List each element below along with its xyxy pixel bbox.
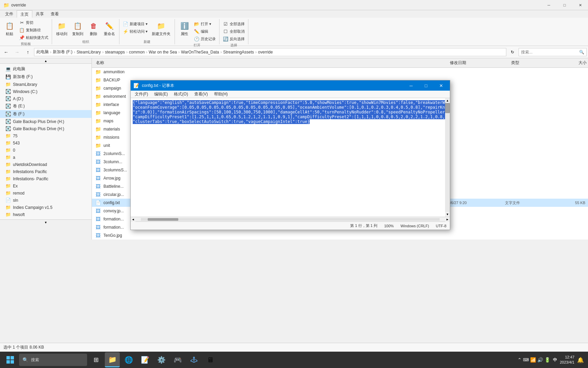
sidebar-item-12[interactable]: 📁 a	[0, 154, 92, 161]
sidebar-item-9[interactable]: 📁 75	[0, 132, 92, 139]
hscroll-thumb[interactable]	[148, 218, 178, 221]
invert-select-button[interactable]: 🔄 反向选择	[222, 35, 246, 42]
input-method-indicator[interactable]: 中	[552, 357, 558, 363]
back-button[interactable]: ←	[1, 47, 11, 57]
notepad-menu-view[interactable]: 查看(V)	[192, 91, 211, 98]
sidebar-scroll-up[interactable]: ▲	[0, 58, 92, 64]
notepad-menu-file[interactable]: 文件(F)	[132, 91, 151, 98]
sidebar-item-4[interactable]: 💽 A (D:)	[0, 95, 92, 102]
file-item-ammunition[interactable]: 📁 ammunition	[92, 68, 588, 76]
ribbon-tab-view[interactable]: 查看	[47, 10, 62, 18]
hscroll-right-arrow[interactable]: ►	[445, 217, 450, 222]
cut-button[interactable]: ✂ 剪切	[18, 19, 50, 26]
paste-shortcut-button[interactable]: 📌 粘贴快捷方式	[18, 34, 50, 41]
sidebar-item-14[interactable]: 📁 Infestations Pacific	[0, 168, 92, 175]
notepad-minimize-button[interactable]: ─	[405, 81, 417, 90]
vscroll-down-arrow[interactable]: ▼	[445, 212, 450, 217]
vscroll-up-arrow[interactable]: ▲	[445, 98, 450, 103]
sidebar-item-7[interactable]: 💽 Gate Backup Plus Drive (H:)	[0, 118, 92, 125]
sidebar-item-8[interactable]: 💽 Gate Backup Plus Drive (H:)	[0, 125, 92, 132]
taskbar-search[interactable]: 🔍 搜索	[19, 354, 87, 366]
ribbon-tab-file[interactable]: 文件	[2, 10, 17, 18]
path-item-8[interactable]: StreamingAssets	[223, 50, 254, 55]
sidebar-item-18[interactable]: 📄 sln	[0, 197, 92, 204]
new-item-button[interactable]: 📄 新建项目 ▾	[121, 20, 149, 27]
col-header-type[interactable]: 类型	[510, 59, 554, 67]
sidebar-item-3[interactable]: 💽 Windows (C:)	[0, 88, 92, 95]
sidebar-scroll-down[interactable]: ▼	[0, 219, 92, 225]
app4-taskbar-button[interactable]: ⚙️	[154, 352, 169, 367]
path-item-9[interactable]: override	[258, 50, 273, 55]
copy-path-button[interactable]: 📋 复制路径	[18, 27, 50, 33]
start-button[interactable]	[3, 352, 18, 367]
up-button[interactable]: ↑	[23, 47, 33, 57]
path-item-1[interactable]: 此电脑	[36, 49, 49, 55]
notepad-horizontal-scrollbar[interactable]: ◄ ►	[131, 217, 450, 221]
move-to-button[interactable]: 📁 移动到	[54, 19, 69, 38]
sidebar-item-1[interactable]: 💾 新加卷 (F:)	[0, 73, 92, 81]
sidebar-item-5[interactable]: 💽 卷 (E:)	[0, 102, 92, 110]
sidebar-item-0[interactable]: 💻 此电脑	[0, 65, 92, 73]
paste-button[interactable]: 📋 粘贴	[2, 19, 17, 38]
delete-button[interactable]: 🗑 删除	[86, 19, 101, 38]
col-header-date[interactable]: 修改日期	[448, 59, 510, 67]
address-path[interactable]: 此电脑 › 新加卷 (F:) › SteamLibrary › steamapp…	[34, 48, 506, 56]
forward-button[interactable]: →	[12, 47, 22, 57]
sidebar-item-17[interactable]: 📁 remod	[0, 189, 92, 197]
copy-to-button[interactable]: 📋 复制到	[70, 19, 85, 38]
rename-button[interactable]: ✏️ 重命名	[102, 19, 117, 38]
new-folder-button[interactable]: 📁 新建文件夹	[150, 19, 173, 38]
maximize-button[interactable]: □	[557, 0, 572, 10]
file-item-tengo[interactable]: 🖼 TenGo.jpg	[92, 231, 588, 240]
task-view-button[interactable]: ⊞	[88, 352, 103, 367]
ribbon-tab-share[interactable]: 共享	[32, 10, 47, 18]
sidebar-item-20[interactable]: 📁 hwsoft	[0, 211, 92, 218]
col-header-name[interactable]: 名称	[95, 59, 448, 67]
sidebar-item-13[interactable]: 📁 uNetdiskDownload	[0, 161, 92, 168]
battery-icon[interactable]: 🔋	[544, 357, 550, 363]
history-button[interactable]: 🕐 历史记录	[193, 35, 217, 42]
notepad-menu-format[interactable]: 格式(O)	[171, 91, 191, 98]
col-header-size[interactable]: 大小	[554, 59, 588, 67]
sidebar-item-11[interactable]: 📁 0	[0, 147, 92, 154]
path-item-4[interactable]: steamapps	[105, 50, 125, 55]
notepad-close-button[interactable]: ✕	[435, 81, 447, 90]
sidebar-item-2[interactable]: 📁 SteamLibrary	[0, 81, 92, 88]
sidebar-item-10[interactable]: 📁 543	[0, 139, 92, 147]
notepad-vertical-scrollbar[interactable]: ▲ ▼	[445, 98, 450, 217]
keyboard-icon[interactable]: ⌨	[523, 357, 529, 362]
path-item-7[interactable]: WarOnTheSea_Data	[181, 50, 219, 55]
app5-taskbar-button[interactable]: 🎮	[170, 352, 185, 367]
network-icon[interactable]: 📶	[530, 357, 536, 363]
sidebar-item-16[interactable]: 📁 Ex	[0, 182, 92, 189]
search-input[interactable]	[521, 50, 578, 55]
vscroll-thumb[interactable]	[445, 103, 450, 113]
properties-button[interactable]: ℹ️ 属性	[177, 19, 192, 38]
edge-taskbar-button[interactable]: 🌐	[121, 352, 136, 367]
sidebar-item-6[interactable]: 💽 卷 (F:)	[0, 110, 92, 118]
notepad-textarea[interactable]: {"language":"english","autoSaveCampaign"…	[131, 98, 450, 217]
open-button[interactable]: 📂 打开 ▾	[193, 20, 217, 27]
sidebar-item-15[interactable]: 📁 Infestations- Pacific	[0, 175, 92, 182]
notepad-menu-edit[interactable]: 编辑(E)	[151, 91, 170, 98]
easy-access-button[interactable]: ⚡ 轻松访问 ▾	[121, 28, 149, 35]
tray-up-arrow[interactable]: ⌃	[518, 357, 522, 363]
ribbon-tab-home[interactable]: 主页	[17, 10, 32, 18]
path-item-6[interactable]: War on the Sea	[149, 50, 177, 55]
notepad-menu-help[interactable]: 帮助(H)	[211, 91, 231, 98]
notification-button[interactable]: 🔔	[576, 352, 585, 367]
edit-button[interactable]: ✏️ 编辑	[193, 28, 217, 35]
notepad-maximize-button[interactable]: □	[420, 81, 432, 90]
file-explorer-taskbar-button[interactable]: 📁	[105, 352, 120, 367]
path-item-2[interactable]: 新加卷 (F:)	[53, 49, 72, 55]
minimize-button[interactable]: ─	[541, 0, 557, 10]
taskbar-clock[interactable]: 12:47 2023/4/1	[560, 355, 574, 365]
hscroll-left-arrow[interactable]: ◄	[131, 217, 135, 222]
volume-icon[interactable]: 🔊	[537, 357, 543, 363]
path-item-3[interactable]: SteamLibrary	[77, 50, 101, 55]
app7-taskbar-button[interactable]: 🖥	[203, 352, 218, 367]
close-button[interactable]: ✕	[572, 0, 588, 10]
select-all-button[interactable]: ☑ 全部选择	[222, 20, 246, 27]
app6-taskbar-button[interactable]: 🕹	[186, 352, 201, 367]
notepad-taskbar-button[interactable]: 📝	[137, 352, 152, 367]
